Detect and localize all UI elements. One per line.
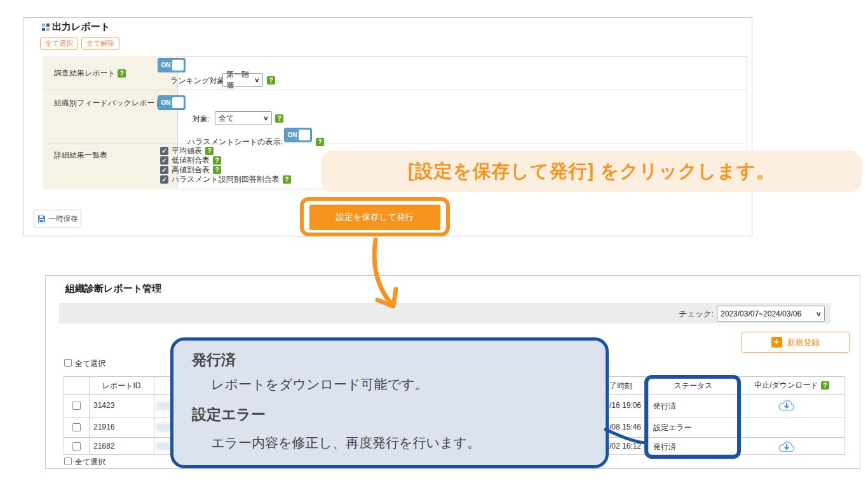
checkbox-label: ハラスメント設問別回答割合表 xyxy=(172,174,280,185)
toggle-on-label: ON xyxy=(158,96,173,109)
finish-time-cell: /02 16:12 xyxy=(609,442,641,451)
help-icon[interactable] xyxy=(821,381,829,390)
select-all-checkbox-top[interactable] xyxy=(64,359,72,367)
temp-save-label: 一時保存 xyxy=(49,214,78,224)
check-period-select[interactable]: 2023/03/07~2024/03/06 ∨ xyxy=(717,306,825,322)
header-report-id: レポートID xyxy=(89,381,154,391)
report-grid-icon xyxy=(42,24,50,32)
table-col-divider xyxy=(154,376,154,455)
report-id-cell: 21916 xyxy=(93,423,114,431)
header-finish-time: 了時刻 xyxy=(609,381,632,391)
finish-time-cell: /08 15:46 xyxy=(609,423,641,431)
help-icon[interactable] xyxy=(205,147,214,155)
chevron-down-icon: ∨ xyxy=(263,115,269,121)
checkbox-item-harassment-ratio: ハラスメント設問別回答割合表 xyxy=(160,174,291,185)
checked-checkbox[interactable] xyxy=(160,156,168,165)
panel1-title: 出力レポート xyxy=(52,21,110,33)
chevron-down-icon: ∨ xyxy=(816,311,822,317)
row-label: 調査結果レポート xyxy=(54,69,116,78)
target-label: 対象: xyxy=(193,114,210,125)
help-icon[interactable] xyxy=(213,166,221,174)
checked-checkbox[interactable] xyxy=(160,166,168,174)
feedback-report-toggle[interactable]: ON xyxy=(158,95,186,110)
checked-checkbox[interactable] xyxy=(160,175,168,184)
ranking-target-select[interactable]: 第一階層 ∨ xyxy=(222,73,263,87)
settings-row-survey-report: 調査結果レポート xyxy=(43,56,747,90)
download-cloud-icon[interactable] xyxy=(778,398,796,412)
row-label: 組織別フィードバックレポート xyxy=(54,98,163,107)
header-action-label: 中止/ダウンロード xyxy=(754,380,818,391)
filter-bar xyxy=(59,303,831,323)
page: 出力レポート 全て選択 全て解除 調査結果レポート ON ランキング対象: 第一… xyxy=(0,0,868,488)
settings-row-feedback-report: 組織別フィードバックレポート xyxy=(43,90,747,144)
help-icon[interactable] xyxy=(267,76,275,85)
publish-button[interactable]: 設定を保存して発行 xyxy=(309,205,440,230)
chevron-down-icon: ∨ xyxy=(254,77,260,83)
select-value: 2023/03/07~2024/03/06 xyxy=(721,309,801,318)
help-icon[interactable] xyxy=(213,156,221,165)
target-select[interactable]: 全て ∨ xyxy=(215,111,272,125)
help-icon[interactable] xyxy=(275,114,283,123)
row-label-cell: 詳細結果一覧表 xyxy=(43,144,178,189)
callout-term-error: 設定エラー xyxy=(192,405,266,424)
help-icon[interactable] xyxy=(118,69,126,78)
report-id-cell: 31423 xyxy=(93,401,114,410)
plus-icon: + xyxy=(771,337,782,348)
select-all-label-top: 全て選択 xyxy=(75,358,105,369)
callout-desc-published: レポートをダウンロード可能です。 xyxy=(211,376,428,393)
select-value: 全て xyxy=(219,113,234,124)
select-all-label-bottom: 全て選択 xyxy=(75,457,105,468)
harassment-sheet-toggle[interactable]: ON xyxy=(284,128,312,142)
callout-term-published: 発行済 xyxy=(192,350,236,370)
row-checkbox[interactable] xyxy=(72,423,81,431)
new-registration-button[interactable]: + 新規登録 xyxy=(742,332,850,353)
report-id-cell: 21682 xyxy=(93,442,114,451)
deselect-all-button[interactable]: 全て解除 xyxy=(81,37,119,50)
row-label: 詳細結果一覧表 xyxy=(54,151,107,159)
download-cloud-icon[interactable] xyxy=(778,440,796,453)
panel2-title: 組織診断レポート管理 xyxy=(65,283,161,295)
status-column-highlight-box xyxy=(644,375,741,459)
check-period-label: チェック: xyxy=(664,309,714,320)
new-registration-label: 新規登録 xyxy=(787,337,820,348)
select-all-button[interactable]: 全て選択 xyxy=(40,37,78,50)
ranking-target-label: ランキング対象: xyxy=(170,76,227,86)
temp-save-button[interactable]: 一時保存 xyxy=(34,210,81,227)
toggle-knob xyxy=(172,60,184,71)
floppy-save-icon xyxy=(37,215,46,223)
toggle-on-label: ON xyxy=(158,58,173,72)
header-cancel-download: 中止/ダウンロード xyxy=(738,380,845,391)
toggle-on-label: ON xyxy=(285,128,300,142)
help-icon[interactable] xyxy=(283,175,291,184)
instruction-callout: [設定を保存して発行] をクリックします。 xyxy=(322,151,862,192)
survey-report-toggle[interactable]: ON xyxy=(158,58,186,72)
row-checkbox[interactable] xyxy=(72,442,81,451)
row-checkbox[interactable] xyxy=(72,402,81,410)
instruction-text: [設定を保存して発行] をクリックします。 xyxy=(408,159,775,184)
select-value: 第一階層 xyxy=(226,69,255,91)
finish-time-cell: /16 19:06 xyxy=(609,401,641,410)
callout-desc-error: エラー内容を修正し、再度発行を行います。 xyxy=(211,434,480,452)
toggle-knob xyxy=(299,130,310,140)
toggle-knob xyxy=(172,97,184,108)
checked-checkbox[interactable] xyxy=(160,147,168,155)
select-all-checkbox-bottom[interactable] xyxy=(64,458,72,465)
